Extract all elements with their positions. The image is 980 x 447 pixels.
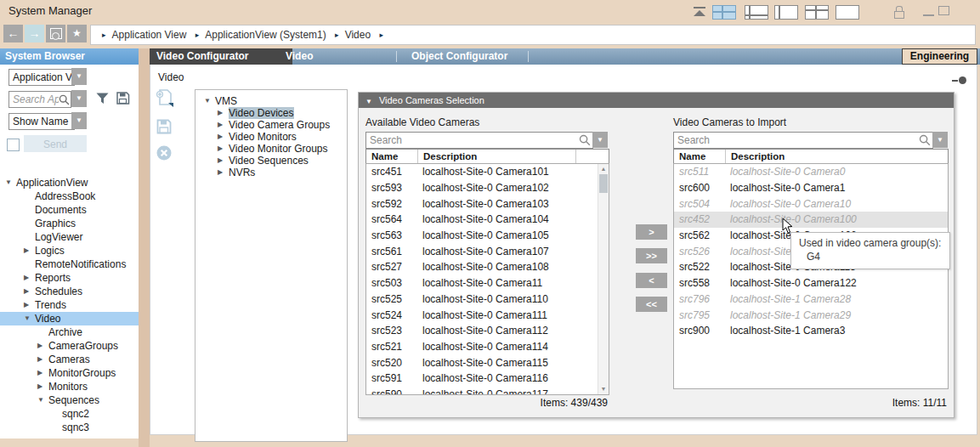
transfer-button[interactable]: > bbox=[636, 224, 667, 240]
camera-row[interactable]: src504 localhost-Site-0 Camera10 bbox=[674, 195, 948, 212]
display-mode-dropdown-icon[interactable]: ▼ bbox=[71, 112, 87, 129]
tree-expand-icon[interactable]: ▶ bbox=[37, 353, 48, 366]
tree-item[interactable]: LogViewer bbox=[0, 230, 139, 244]
available-search-dropdown-icon[interactable]: ▼ bbox=[592, 132, 608, 148]
breadcrumb-item[interactable]: ▸Application View bbox=[96, 25, 186, 44]
layout-left-bottom-icon[interactable] bbox=[745, 5, 768, 20]
camera-row[interactable]: src593 localhost-Site-0 Camera102 bbox=[366, 180, 609, 196]
favorites-button[interactable]: ★ bbox=[67, 25, 87, 42]
name-column-header[interactable]: Name bbox=[674, 150, 726, 164]
tree-item[interactable]: ▶ Schedules bbox=[0, 285, 139, 298]
camera-row[interactable]: src452 localhost-Site-0 Camera100 bbox=[674, 212, 948, 228]
layout-left-icon[interactable] bbox=[774, 5, 798, 20]
collapse-panel-icon[interactable]: ▼ bbox=[365, 98, 372, 105]
vertical-scrollbar[interactable]: ▲ ▼ bbox=[598, 164, 609, 394]
tree-expand-icon[interactable]: ▶ bbox=[218, 143, 229, 155]
vms-tree-item[interactable]: ▶ Video Devices bbox=[195, 107, 347, 119]
tree-expand-icon[interactable]: ▶ bbox=[37, 366, 48, 380]
minimize-button[interactable] bbox=[923, 14, 934, 16]
sidebar-search-dropdown-icon[interactable]: ▼ bbox=[71, 90, 87, 107]
tree-item[interactable]: AddressBook bbox=[0, 190, 139, 203]
transfer-button[interactable]: << bbox=[636, 297, 667, 312]
name-column-header[interactable]: Name bbox=[366, 150, 418, 164]
send-checkbox[interactable] bbox=[7, 139, 20, 151]
tree-expand-icon[interactable]: ▶ bbox=[218, 155, 229, 167]
tree-item[interactable]: sqnc2 bbox=[0, 407, 139, 421]
layout-single-icon[interactable] bbox=[836, 5, 859, 20]
tree-item[interactable]: RemoteNotifications bbox=[0, 257, 139, 271]
tree-expand-icon[interactable]: ▶ bbox=[218, 167, 229, 178]
tree-expand-icon[interactable]: ▶ bbox=[24, 298, 35, 312]
tab[interactable]: Video Configurator bbox=[150, 48, 292, 65]
vms-tree-item[interactable]: ▶ Video Camera Groups bbox=[195, 119, 347, 131]
tab[interactable]: Video bbox=[279, 48, 320, 65]
tree-item[interactable]: ▶ Logics bbox=[0, 244, 139, 257]
tree-item[interactable]: Archive bbox=[0, 325, 139, 339]
tree-expand-icon[interactable]: ▶ bbox=[37, 339, 48, 353]
transfer-button[interactable]: >> bbox=[636, 248, 667, 263]
tab[interactable]: Object Configurator bbox=[405, 48, 514, 65]
filter-icon[interactable] bbox=[95, 91, 110, 105]
import-search-input[interactable] bbox=[674, 133, 917, 148]
tree-item[interactable]: Documents bbox=[0, 203, 139, 217]
camera-row[interactable]: src525 localhost-Site-0 Camera110 bbox=[366, 291, 609, 308]
tree-item[interactable]: ▶ Monitors bbox=[0, 380, 139, 393]
tree-expand-icon[interactable]: ▼ bbox=[5, 176, 16, 190]
description-column-header[interactable]: Description bbox=[726, 150, 948, 164]
maximize-button[interactable] bbox=[938, 6, 949, 15]
tree-expand-icon[interactable]: ▶ bbox=[24, 271, 35, 285]
vms-tree-item[interactable]: ▶ Video Monitors bbox=[195, 131, 347, 143]
description-column-header[interactable]: Description bbox=[418, 150, 575, 164]
camera-row[interactable]: src795 localhost-Site-1 Camera29 bbox=[674, 307, 948, 323]
camera-row[interactable]: src524 localhost-Site-0 Camera111 bbox=[366, 307, 609, 323]
collapse-ribbon-icon[interactable] bbox=[694, 7, 705, 16]
tree-item[interactable]: ▼ ApplicationView bbox=[0, 176, 139, 190]
tree-item[interactable]: ▼ Sequences bbox=[0, 393, 139, 407]
display-mode-selector[interactable]: Show Name bbox=[8, 113, 75, 130]
tree-expand-icon[interactable]: ▼ bbox=[204, 95, 215, 107]
tree-expand-icon[interactable]: ▶ bbox=[218, 107, 229, 119]
cancel-icon[interactable] bbox=[156, 144, 176, 164]
vms-tree-item[interactable]: ▼ VMS bbox=[195, 95, 347, 107]
camera-row[interactable]: src591 localhost-Site-0 Camera116 bbox=[366, 371, 609, 387]
tree-expand-icon[interactable]: ▶ bbox=[218, 131, 229, 143]
camera-row[interactable]: src503 localhost-Site-0 Camera11 bbox=[366, 275, 609, 291]
forward-button[interactable]: → bbox=[25, 25, 44, 42]
vms-tree-item[interactable]: ▶ Video Monitor Groups bbox=[195, 143, 347, 155]
camera-row[interactable]: src527 localhost-Site-0 Camera108 bbox=[366, 259, 609, 275]
camera-row[interactable]: src561 localhost-Site-0 Camera107 bbox=[366, 243, 609, 259]
camera-row[interactable]: src563 localhost-Site-0 Camera105 bbox=[366, 228, 609, 244]
tree-item[interactable]: ▶ MonitorGroups bbox=[0, 366, 139, 380]
sidebar-search-input[interactable] bbox=[9, 92, 60, 107]
vms-tree-item[interactable]: ▶ Video Sequences bbox=[195, 155, 347, 167]
tree-item[interactable]: sqnc3 bbox=[0, 421, 139, 434]
tree-expand-icon[interactable]: ▶ bbox=[37, 380, 48, 393]
scroll-up-icon[interactable]: ▲ bbox=[598, 165, 609, 173]
tree-expand-icon[interactable]: ▶ bbox=[218, 119, 229, 131]
vms-tree-item[interactable]: ▶ NVRs bbox=[195, 167, 347, 178]
tree-expand-icon[interactable]: ▼ bbox=[24, 312, 35, 325]
tree-item[interactable]: ▶ CameraGroups bbox=[0, 339, 139, 353]
camera-row[interactable]: src558 localhost-Site-0 Camera122 bbox=[674, 275, 948, 291]
camera-row[interactable]: src564 localhost-Site-0 Camera104 bbox=[366, 212, 609, 228]
camera-row[interactable]: src520 localhost-Site-0 Camera115 bbox=[366, 354, 609, 371]
camera-row[interactable]: src592 localhost-Site-0 Camera103 bbox=[366, 195, 609, 212]
tree-expand-icon[interactable]: ▶ bbox=[24, 285, 35, 298]
tree-item[interactable]: ▶ Cameras bbox=[0, 353, 139, 366]
tree-item[interactable]: ▼ Video bbox=[0, 312, 139, 325]
transfer-button[interactable]: < bbox=[636, 273, 667, 288]
camera-row[interactable]: src523 localhost-Site-0 Camera112 bbox=[366, 323, 609, 339]
tree-item[interactable]: ▶ Trends bbox=[0, 298, 139, 312]
scroll-down-icon[interactable]: ▼ bbox=[598, 385, 609, 393]
camera-row[interactable]: src511 localhost-Site-0 Camera0 bbox=[674, 164, 948, 180]
camera-row[interactable]: src900 localhost-Site-1 Camera3 bbox=[674, 323, 948, 339]
camera-row[interactable]: src590 localhost-Site-0 Camera117 bbox=[366, 387, 609, 395]
send-button[interactable]: Send bbox=[24, 135, 87, 152]
import-document-icon[interactable] bbox=[156, 88, 176, 111]
save-icon[interactable] bbox=[156, 118, 176, 138]
lock-icon[interactable] bbox=[894, 6, 904, 19]
layout-split-icon[interactable] bbox=[805, 5, 829, 20]
camera-row[interactable]: src796 localhost-Site-1 Camera28 bbox=[674, 291, 948, 308]
camera-row[interactable]: src451 localhost-Site-0 Camera101 bbox=[366, 164, 609, 180]
history-button[interactable] bbox=[46, 25, 65, 42]
